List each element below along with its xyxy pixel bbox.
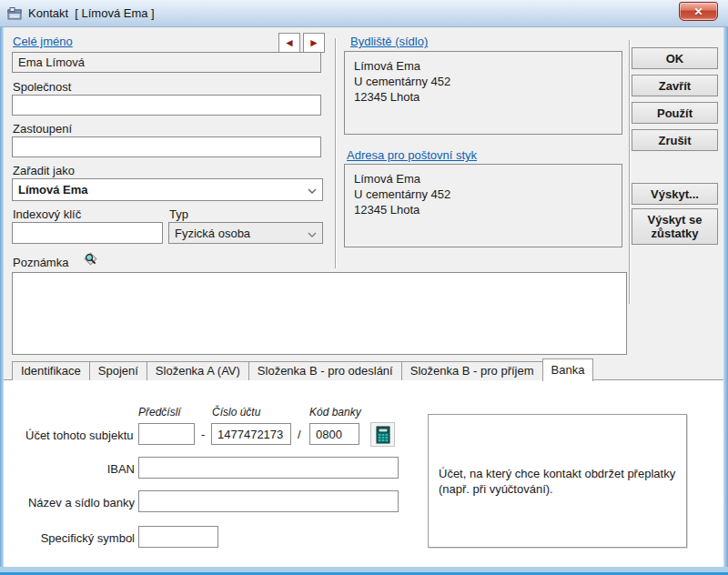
- account-info-text: Účet, na který chce kontakt obdržet přep…: [439, 466, 676, 497]
- account-dash: -: [201, 428, 205, 441]
- prefix-label: Předčíslí: [138, 406, 181, 419]
- window-border-right: [723, 27, 728, 575]
- chevron-down-icon: [308, 227, 317, 240]
- representation-label: Zastoupení: [13, 122, 72, 136]
- close-button[interactable]: ✕: [679, 2, 718, 21]
- arrow-left-icon: ◄: [284, 37, 295, 48]
- calculator-button[interactable]: [370, 422, 395, 447]
- tab-spojeni[interactable]: Spojení: [89, 361, 147, 380]
- tab-slozenka-b-prijem[interactable]: Složenka B - pro příjem: [401, 361, 543, 380]
- bank-code-input[interactable]: [309, 423, 359, 445]
- note-label: Poznámka: [13, 256, 68, 269]
- address-line: 12345 Lhota: [354, 89, 612, 105]
- close-icon: ✕: [693, 6, 703, 17]
- note-editor-icon[interactable]: [82, 250, 99, 270]
- occurrence-balances-button[interactable]: Výskyt se zůstatky: [632, 208, 718, 245]
- residence-address-link[interactable]: Bydliště (sídlo): [350, 35, 428, 48]
- account-prefix-input[interactable]: [138, 423, 195, 445]
- full-name-field: Ema Límová: [12, 52, 321, 73]
- column-separator: [335, 38, 336, 268]
- apply-button[interactable]: Použít: [632, 102, 718, 124]
- address-line: Límová Ema: [354, 171, 612, 187]
- iban-input[interactable]: [138, 457, 399, 479]
- index-key-label: Indexový klíč: [13, 207, 81, 221]
- type-label: Typ: [169, 207, 188, 221]
- postal-address-link[interactable]: Adresa pro poštovní styk: [347, 148, 477, 162]
- file-as-combobox[interactable]: Límová Ema: [12, 178, 323, 201]
- full-name-link[interactable]: Celé jméno: [13, 35, 73, 48]
- account-slash: /: [298, 428, 301, 441]
- next-record-button[interactable]: ►: [303, 33, 325, 53]
- contact-card-icon: [7, 7, 23, 20]
- file-as-value: Límová Ema: [18, 183, 88, 197]
- tab-slozenka-a[interactable]: Složenka A (AV): [147, 361, 249, 380]
- residence-address-box: Límová Ema U cementárny 452 12345 Lhota: [344, 51, 622, 135]
- tab-identifikace[interactable]: Identifikace: [12, 361, 90, 380]
- tab-strip: Identifikace Spojení Složenka A (AV) Slo…: [4, 360, 723, 380]
- cancel-button[interactable]: Zrušit: [632, 129, 718, 151]
- subject-account-label: Účet tohoto subjektu: [25, 429, 134, 442]
- address-line: Límová Ema: [354, 58, 612, 74]
- tab-banka[interactable]: Banka: [542, 358, 594, 381]
- address-line: U cementárny 452: [354, 187, 612, 202]
- type-combobox: Fyzická osoba: [168, 222, 323, 244]
- contact-dialog: Kontakt [ Límová Ema ] ✕ Celé jméno ◄ ► …: [0, 0, 728, 575]
- company-label: Společnost: [13, 80, 71, 94]
- specific-symbol-input[interactable]: [138, 526, 218, 548]
- bank-code-label: Kód banky: [309, 406, 361, 419]
- window-border-bottom: [0, 567, 728, 575]
- bank-name-label: Název a sídlo banky: [18, 496, 135, 509]
- calculator-icon: [376, 426, 390, 444]
- account-number-input[interactable]: [211, 423, 291, 445]
- specific-symbol-label: Specifický symbol: [18, 531, 135, 545]
- company-input[interactable]: [12, 95, 321, 116]
- postal-address-box: Límová Ema U cementárny 452 12345 Lhota: [344, 164, 622, 247]
- title-bar: Kontakt [ Límová Ema ]: [0, 0, 728, 27]
- address-line: U cementárny 452: [354, 74, 612, 89]
- occurrence-button[interactable]: Výskyt...: [632, 183, 718, 205]
- prev-record-button[interactable]: ◄: [278, 33, 300, 53]
- representation-input[interactable]: [12, 136, 321, 157]
- address-line: 12345 Lhota: [354, 202, 612, 217]
- index-key-input[interactable]: [12, 222, 163, 244]
- tab-slozenka-b-odeslani[interactable]: Složenka B - pro odeslání: [248, 361, 402, 380]
- close-dialog-button[interactable]: Zavřít: [632, 75, 718, 96]
- type-value: Fyzická osoba: [175, 227, 250, 240]
- bank-name-input[interactable]: [138, 490, 399, 512]
- buttons-separator: [629, 40, 630, 304]
- account-info-box: Účet, na který chce kontakt obdržet přep…: [428, 414, 687, 548]
- ok-button[interactable]: OK: [632, 47, 718, 69]
- note-textarea[interactable]: [12, 272, 627, 355]
- file-as-label: Zařadit jako: [13, 164, 75, 177]
- iban-label: IBAN: [18, 462, 135, 476]
- window-title: Kontakt [ Límová Ema ]: [28, 6, 155, 20]
- arrow-right-icon: ►: [308, 37, 319, 48]
- chevron-down-icon: [308, 183, 317, 197]
- account-number-label: Číslo účtu: [212, 406, 260, 419]
